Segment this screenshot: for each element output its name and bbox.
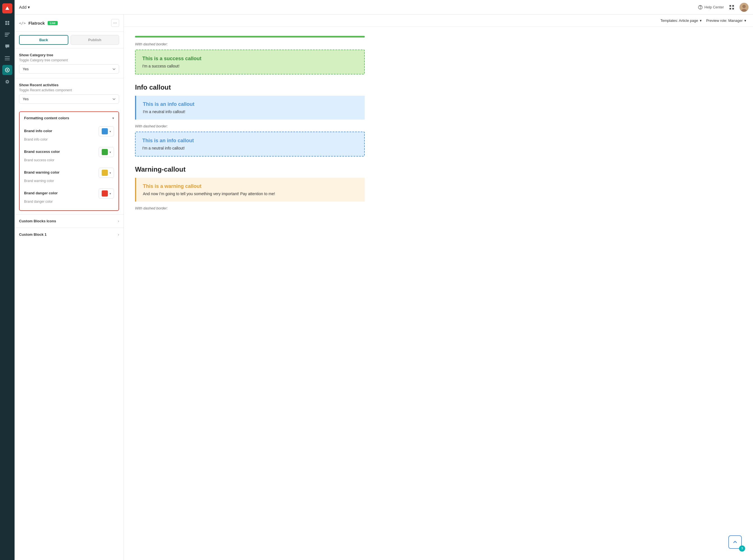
svg-point-11 bbox=[7, 69, 8, 71]
dashed-border-label-3: With dashed border: bbox=[135, 206, 365, 210]
brand-info-label: Brand info color bbox=[24, 129, 52, 133]
success-callout-dashed: This is a success callout I'm a success … bbox=[135, 49, 365, 75]
category-tree-section: Show Category tree Toggle Category tree … bbox=[15, 48, 123, 78]
svg-rect-2 bbox=[5, 23, 7, 25]
main-layout: </> Flatrock Live ··· Back Publish Show … bbox=[15, 15, 753, 560]
custom-blocks-icons-header[interactable]: Custom Blocks Icons › bbox=[15, 215, 123, 228]
formatting-chevron-icon: ▾ bbox=[112, 116, 114, 120]
content-body: With dashed border: This is a success ca… bbox=[124, 27, 376, 247]
add-button[interactable]: Add ▾ bbox=[19, 5, 30, 10]
formatting-section: Formatting content colors ▾ Brand info c… bbox=[19, 112, 119, 211]
svg-rect-18 bbox=[732, 8, 734, 9]
help-center-label: Help Center bbox=[704, 5, 724, 9]
help-center-link[interactable]: Help Center bbox=[698, 5, 724, 10]
accordion-arrow-icon: › bbox=[118, 219, 119, 223]
success-callout-text: I'm a success callout! bbox=[142, 64, 358, 68]
svg-rect-15 bbox=[730, 5, 731, 7]
nav-customize[interactable] bbox=[2, 65, 12, 75]
nav-content[interactable] bbox=[2, 30, 12, 40]
templates-chevron-icon: ▾ bbox=[700, 19, 702, 23]
apps-icon[interactable] bbox=[728, 4, 735, 11]
custom-block-1-accordion: Custom Block 1 › bbox=[15, 228, 123, 241]
category-tree-desc: Toggle Category tree component bbox=[19, 58, 119, 62]
brand-success-label: Brand success color bbox=[24, 149, 60, 154]
category-tree-label: Show Category tree bbox=[19, 53, 119, 57]
brand-success-color-swatch[interactable]: ▾ bbox=[99, 147, 114, 157]
back-button[interactable]: Back bbox=[19, 35, 69, 45]
brand-danger-desc: Brand danger color bbox=[24, 200, 114, 204]
formatting-body: Brand info color ▾ Brand info color Bran… bbox=[20, 124, 118, 210]
user-avatar[interactable] bbox=[739, 3, 749, 12]
brand-warning-color-field: Brand warning color ▾ Brand warning colo… bbox=[24, 168, 114, 183]
info-callout-title: This is an info callout bbox=[143, 101, 358, 107]
svg-rect-16 bbox=[732, 5, 734, 7]
app-logo[interactable] bbox=[2, 3, 12, 14]
swatch-chevron-icon: ▾ bbox=[110, 151, 111, 154]
formatting-header[interactable]: Formatting content colors ▾ bbox=[20, 112, 118, 124]
dashed-border-label-1: With dashed border: bbox=[135, 42, 365, 46]
templates-label: Templates: Article page bbox=[660, 19, 698, 23]
info-callout-solid: This is an info callout I'm a neutral in… bbox=[135, 96, 365, 120]
custom-block-1-header[interactable]: Custom Block 1 › bbox=[15, 228, 123, 241]
brand-info-swatch-color bbox=[102, 128, 108, 134]
icon-bar bbox=[0, 0, 15, 560]
top-bar: Add ▾ Help Center bbox=[15, 0, 753, 15]
recent-activities-select[interactable]: Yes No bbox=[19, 94, 119, 104]
publish-button[interactable]: Publish bbox=[71, 35, 119, 45]
success-callout-title: This is a success callout bbox=[142, 56, 358, 62]
custom-blocks-icons-label: Custom Blocks Icons bbox=[19, 219, 56, 223]
code-tag: </> bbox=[19, 21, 25, 25]
recent-activities-desc: Toggle Recent activities component bbox=[19, 88, 119, 92]
brand-warning-label: Brand warning color bbox=[24, 170, 59, 175]
nav-menu[interactable] bbox=[2, 53, 12, 63]
nav-pages[interactable] bbox=[2, 18, 12, 28]
svg-rect-8 bbox=[5, 58, 10, 59]
content-area: Templates: Article page ▾ Preview role: … bbox=[124, 15, 753, 560]
preview-role-label: Preview role: Manager bbox=[706, 19, 742, 23]
nav-comments[interactable] bbox=[2, 41, 12, 52]
brand-danger-label: Brand danger color bbox=[24, 191, 58, 195]
brand-info-desc: Brand info color bbox=[24, 138, 114, 141]
brand-warning-color-swatch[interactable]: ▾ bbox=[99, 168, 114, 178]
brand-danger-swatch-color bbox=[102, 191, 108, 197]
svg-rect-4 bbox=[5, 33, 10, 34]
brand-info-color-field: Brand info color ▾ Brand info color bbox=[24, 126, 114, 141]
formatting-label: Formatting content colors bbox=[24, 116, 69, 120]
live-badge: Live bbox=[47, 21, 58, 25]
more-options-button[interactable]: ··· bbox=[111, 19, 119, 27]
category-tree-select[interactable]: Yes No bbox=[19, 64, 119, 74]
warning-callout-text: And now I'm going to tell you something … bbox=[143, 192, 358, 196]
help-badge[interactable]: ? bbox=[739, 545, 745, 552]
add-chevron-icon: ▾ bbox=[28, 5, 30, 10]
success-callout-section: With dashed border: This is a success ca… bbox=[135, 36, 365, 75]
svg-point-20 bbox=[742, 5, 746, 8]
svg-rect-9 bbox=[5, 60, 10, 60]
custom-blocks-icons-accordion: Custom Blocks Icons › bbox=[15, 214, 123, 228]
nav-settings[interactable] bbox=[2, 77, 12, 87]
warning-callout-solid: This is a warning callout And now I'm go… bbox=[135, 178, 365, 202]
brand-danger-color-swatch[interactable]: ▾ bbox=[99, 188, 114, 199]
info-callout-dashed-title: This is an info callout bbox=[142, 138, 358, 144]
svg-rect-6 bbox=[5, 36, 7, 37]
brand-info-color-swatch[interactable]: ▾ bbox=[99, 126, 114, 136]
brand-warning-desc: Brand warning color bbox=[24, 179, 114, 183]
swatch-chevron-icon: ▾ bbox=[110, 130, 111, 133]
brand-warning-swatch-color bbox=[102, 170, 108, 176]
svg-rect-0 bbox=[5, 21, 7, 23]
info-section-title: Info callout bbox=[135, 83, 365, 91]
info-callout-dashed: This is an info callout I'm a neutral in… bbox=[135, 132, 365, 157]
svg-point-12 bbox=[7, 81, 8, 83]
sidebar-scroll: Show Category tree Toggle Category tree … bbox=[15, 48, 123, 560]
templates-select[interactable]: Templates: Article page ▾ bbox=[660, 19, 702, 23]
svg-rect-1 bbox=[7, 21, 9, 23]
preview-role-select[interactable]: Preview role: Manager ▾ bbox=[706, 19, 746, 23]
recent-activities-section: Show Recent activities Toggle Recent act… bbox=[15, 78, 123, 108]
svg-rect-3 bbox=[7, 23, 9, 25]
sidebar-actions: Back Publish bbox=[15, 32, 123, 48]
svg-rect-5 bbox=[5, 35, 9, 35]
info-callout-dashed-text: I'm a neutral info callout! bbox=[142, 146, 358, 151]
svg-rect-17 bbox=[730, 8, 731, 9]
info-callout-text: I'm a neutral info callout! bbox=[143, 109, 358, 114]
dashed-border-label-2: With dashed border: bbox=[135, 124, 365, 128]
recent-activities-label: Show Recent activities bbox=[19, 83, 119, 87]
